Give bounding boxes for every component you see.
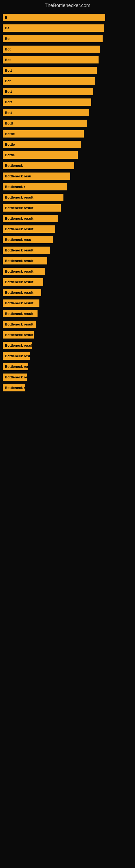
bottleneck-label: Bottleneck [3, 162, 74, 169]
list-item: Bottleneck result [3, 363, 132, 370]
list-item: Bé [3, 24, 132, 32]
bottleneck-label: Bott [3, 98, 91, 106]
list-item: Bottle [3, 151, 132, 159]
list-item: Bottleneck result [3, 257, 132, 265]
list-item: Bot [3, 45, 132, 53]
list-item: Bottleneck result [3, 384, 132, 392]
site-title: TheBottlenecker.com [0, 0, 135, 14]
bottleneck-label: Bottleneck result [3, 342, 32, 349]
list-item: Bottleneck result [3, 194, 132, 201]
bottleneck-label: Bot [3, 77, 95, 85]
items-container: BBéBoBotBotBottBotBottBottBottBottlBottl… [0, 14, 135, 395]
list-item: Bottleneck resu [3, 236, 132, 243]
bottleneck-label: Bottleneck result [3, 257, 47, 265]
bottleneck-label: Bottleneck result [3, 373, 27, 381]
bottleneck-label: Bottleneck result [3, 363, 28, 370]
list-item: Bottleneck result [3, 352, 132, 360]
list-item: Bottleneck result [3, 204, 132, 212]
list-item: Bottle [3, 130, 132, 137]
bottleneck-label: Bottleneck result [3, 310, 38, 317]
bottleneck-label: Bot [3, 56, 98, 63]
bottleneck-label: Bottleneck result [3, 384, 25, 392]
bottleneck-label: Bottleneck result [3, 247, 50, 254]
list-item: Bo [3, 35, 132, 42]
bottleneck-label: Bottleneck r [3, 183, 67, 190]
list-item: Bott [3, 88, 132, 95]
bottleneck-label: Bottleneck result [3, 321, 36, 328]
list-item: Bot [3, 56, 132, 63]
bottleneck-label: Bottle [3, 141, 81, 148]
bottleneck-label: Bo [3, 35, 103, 42]
bottleneck-label: Bottleneck result [3, 215, 58, 222]
list-item: Bottleneck result [3, 331, 132, 339]
bottleneck-label: Bottle [3, 151, 78, 159]
list-item: Bottleneck [3, 162, 132, 169]
bottleneck-label: Bottleneck result [3, 225, 55, 233]
list-item: Bottleneck result [3, 268, 132, 275]
bottleneck-label: Bottleneck resu [3, 173, 70, 180]
bottleneck-label: Bottleneck result [3, 268, 45, 275]
bottleneck-label: Bottle [3, 130, 84, 137]
bottleneck-label: Bott [3, 109, 89, 116]
bottleneck-label: Bottl [3, 120, 87, 127]
list-item: Bottleneck r [3, 183, 132, 190]
bottleneck-label: Bott [3, 88, 93, 95]
list-item: Bottleneck result [3, 310, 132, 317]
list-item: Bottl [3, 120, 132, 127]
list-item: Bottleneck result [3, 215, 132, 222]
list-item: Bott [3, 109, 132, 116]
bottleneck-label: Bot [3, 45, 100, 53]
bottleneck-label: Bott [3, 67, 97, 74]
bottleneck-label: Bottleneck result [3, 278, 43, 286]
bottleneck-label: Bottleneck result [3, 194, 63, 201]
bottleneck-label: Bottleneck result [3, 204, 61, 212]
bottleneck-label: Bottleneck result [3, 331, 34, 339]
list-item: Bottleneck result [3, 278, 132, 286]
list-item: Bott [3, 98, 132, 106]
list-item: Bott [3, 67, 132, 74]
list-item: Bottleneck result [3, 300, 132, 307]
bottleneck-label: B [3, 14, 105, 21]
list-item: Bottleneck result [3, 247, 132, 254]
bottleneck-label: Bottleneck resu [3, 236, 53, 243]
list-item: Bot [3, 77, 132, 85]
list-item: Bottleneck result [3, 225, 132, 233]
bottleneck-label: Bottleneck result [3, 289, 41, 296]
bottleneck-label: Bottleneck result [3, 352, 30, 360]
bottleneck-label: Bé [3, 24, 104, 32]
list-item: Bottleneck result [3, 342, 132, 349]
list-item: Bottle [3, 141, 132, 148]
list-item: Bottleneck result [3, 289, 132, 296]
bottleneck-label: Bottleneck result [3, 300, 39, 307]
list-item: Bottleneck resu [3, 173, 132, 180]
list-item: Bottleneck result [3, 321, 132, 328]
list-item: B [3, 14, 132, 21]
list-item: Bottleneck result [3, 373, 132, 381]
